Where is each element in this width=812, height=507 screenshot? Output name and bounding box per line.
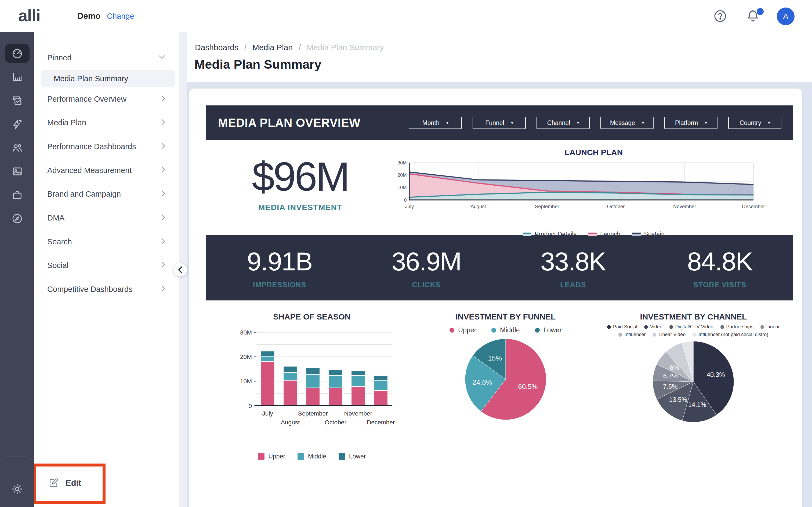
breadcrumb-current: Media Plan Summary (307, 43, 384, 52)
bar-September-Middle (306, 375, 320, 388)
dashboard-card: MEDIA PLAN OVERVIEW Month▾ Funnel▾ Chann… (189, 89, 802, 507)
kpi-impressions: 9.91B IMPRESSIONS (206, 235, 353, 300)
svg-text:30M: 30M (240, 329, 252, 336)
legend-item-lower: Lower (535, 326, 562, 334)
rail-automation-icon[interactable] (5, 115, 30, 133)
header-divider (59, 7, 59, 25)
svg-text:0: 0 (404, 198, 407, 203)
rail-creative-icon[interactable] (5, 162, 30, 181)
help-icon[interactable] (713, 9, 727, 23)
breadcrumb-media-plan[interactable]: Media Plan (252, 43, 293, 52)
rail-shopping-icon[interactable] (5, 186, 30, 205)
legend-label: Lower (544, 326, 562, 334)
filter-funnel[interactable]: Funnel▾ (472, 117, 526, 129)
sidebar-item-competitive-dashboards[interactable]: Competitive Dashboards (34, 281, 180, 297)
investment-by-funnel-section: INVESTMENT BY FUNNEL UpperMiddleLower 60… (417, 312, 594, 460)
svg-text:7.5%: 7.5% (663, 383, 678, 390)
change-workspace-link[interactable]: Change (107, 12, 134, 21)
legend-label: Partnerships (726, 324, 754, 330)
legend-swatch (607, 325, 611, 329)
sidebar-item-advanced-measurement[interactable]: Advanced Measurement (34, 162, 180, 178)
svg-text:September: September (535, 204, 559, 209)
legend-swatch (339, 453, 345, 460)
svg-text:60.5%: 60.5% (518, 383, 538, 390)
svg-text:14.1%: 14.1% (688, 401, 706, 408)
sidebar-collapse-button[interactable] (173, 263, 187, 277)
chevron-down-icon (158, 55, 165, 60)
rail-analytics-icon[interactable] (5, 68, 30, 87)
chevron-right-icon (161, 238, 165, 246)
svg-text:10M: 10M (397, 185, 407, 190)
legend-item-upper: Upper (450, 326, 476, 334)
svg-text:July: July (405, 204, 414, 209)
svg-text:September: September (298, 410, 328, 417)
kpi-clicks: 36.9M CLICKS (353, 235, 500, 300)
rail-dashboards-icon[interactable] (5, 44, 30, 63)
chevron-right-icon (161, 166, 165, 174)
bar-December-Lower (374, 376, 388, 380)
svg-text:November: November (673, 204, 696, 209)
svg-text:24.6%: 24.6% (472, 379, 492, 386)
svg-text:20M: 20M (240, 353, 252, 360)
investment-by-channel-legend: Paid SocialVideoDigital/CTV VideoPartner… (594, 324, 793, 337)
legend-item-lower: Lower (339, 453, 366, 460)
filter-channel[interactable]: Channel▾ (537, 117, 590, 129)
settings-gear-icon[interactable] (5, 480, 30, 498)
rail-audience-icon[interactable] (5, 138, 30, 157)
bar-November-Middle (352, 376, 365, 387)
legend-label: Digital/CTV Video (675, 324, 713, 330)
chevron-right-icon (161, 190, 165, 198)
svg-text:August: August (281, 419, 300, 426)
bar-October-Middle (329, 376, 343, 388)
legend-swatch (693, 333, 696, 337)
sidebar-item-brand-and-campaign[interactable]: Brand and Campaign (34, 186, 180, 202)
svg-text:August: August (470, 204, 486, 209)
sidebar-item-performance-overview[interactable]: Performance Overview (34, 91, 180, 107)
legend-label: Upper (458, 326, 476, 334)
filter-platform[interactable]: Platform▾ (664, 117, 717, 129)
svg-text:30M: 30M (397, 160, 407, 166)
legend-label: Influencer (not paid social distro) (698, 332, 768, 337)
kpi-leads: 33.8K LEADS (500, 235, 647, 300)
sidebar-section-pinned[interactable]: Pinned (34, 50, 180, 66)
sidebar-item-search[interactable]: Search (34, 234, 180, 250)
bar-November-Lower (352, 371, 365, 376)
rail-explore-icon[interactable] (5, 209, 30, 228)
sidebar-item-media-plan-summary[interactable]: Media Plan Summary (41, 70, 175, 87)
chevron-right-icon (161, 119, 165, 127)
legend-label: Upper (268, 453, 285, 460)
filter-country[interactable]: Country▾ (728, 117, 781, 129)
legend-item-influencer: Influencer (618, 332, 646, 337)
launch-plan-chart: 010M20M30MJulyAugustSeptemberOctoberNove… (394, 159, 770, 225)
svg-text:6%: 6% (670, 364, 679, 371)
legend-swatch (450, 328, 454, 333)
rail-reports-icon[interactable] (5, 91, 30, 110)
filter-month[interactable]: Month▾ (409, 117, 462, 129)
shape-of-season-title: SHAPE OF SEASON (273, 312, 350, 321)
caret-down-icon: ▾ (511, 121, 513, 125)
edit-button[interactable]: Edit (48, 477, 81, 489)
legend-swatch (653, 333, 656, 337)
user-avatar[interactable]: A (777, 7, 795, 25)
breadcrumb: Dashboards / Media Plan / Media Plan Sum… (195, 43, 384, 52)
sidebar-item-performance-dashboards[interactable]: Performance Dashboards (34, 138, 180, 155)
page-title: Media Plan Summary (194, 57, 321, 72)
bar-July-Lower (261, 351, 275, 356)
legend-item-linear-video: Linear Video (653, 332, 686, 337)
chevron-right-icon (161, 143, 165, 151)
breadcrumb-dashboards[interactable]: Dashboards (195, 43, 239, 52)
legend-item-digital-ctv-video: Digital/CTV Video (669, 324, 713, 330)
legend-swatch (720, 325, 724, 329)
svg-text:13.5%: 13.5% (669, 396, 688, 403)
pinned-label: Pinned (47, 53, 71, 62)
sidebar-item-social[interactable]: Social (34, 257, 180, 273)
investment-by-funnel-title: INVESTMENT BY FUNNEL (455, 312, 556, 321)
legend-swatch (535, 328, 540, 333)
sidebar-item-media-plan[interactable]: Media Plan (34, 115, 180, 131)
caret-down-icon: ▾ (577, 121, 579, 125)
filter-message[interactable]: Message▾ (600, 117, 654, 129)
caret-down-icon: ▾ (705, 121, 707, 125)
filter-bar: Month▾ Funnel▾ Channel▾ Message▾ Platfor… (409, 117, 781, 129)
sidebar-item-dma[interactable]: DMA (34, 210, 180, 226)
svg-text:20M: 20M (397, 172, 407, 178)
